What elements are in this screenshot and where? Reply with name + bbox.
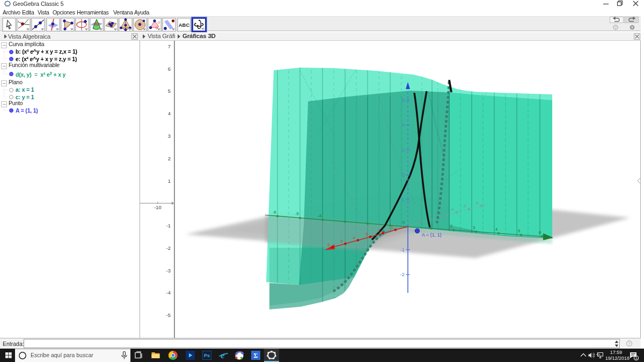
svg-text:-10: -10 [154, 204, 162, 210]
svg-text:-2: -2 [400, 271, 405, 277]
svg-text:2: 2 [378, 228, 380, 233]
svg-text:2: 2 [168, 156, 171, 161]
svg-text:-6: -6 [475, 201, 478, 205]
svg-text:3: 3 [402, 147, 405, 153]
svg-text:-5: -5 [463, 204, 466, 208]
svg-text:5: 5 [402, 97, 405, 103]
svg-text:1: 1 [402, 197, 405, 203]
svg-text:Ps: Ps [204, 353, 210, 358]
svg-text:-5: -5 [295, 211, 299, 216]
svg-text:-2: -2 [166, 245, 171, 251]
svg-text:5: 5 [168, 88, 171, 94]
svg-text:4: 4 [495, 227, 497, 232]
svg-text:-4: -4 [450, 208, 453, 211]
svg-text:?: ? [614, 26, 617, 29]
svg-text:3: 3 [473, 225, 475, 230]
svg-text:7: 7 [168, 43, 171, 49]
svg-text:-1: -1 [400, 247, 405, 253]
svg-text:5: 5 [340, 239, 343, 243]
svg-text:ABC: ABC [179, 22, 190, 28]
svg-text:6: 6 [327, 242, 330, 247]
svg-text:-5: -5 [166, 312, 171, 318]
svg-text:-6: -6 [273, 210, 276, 215]
svg-text:1: 1 [635, 356, 637, 360]
svg-text:1: 1 [168, 178, 171, 184]
svg-text:5: 5 [518, 228, 520, 233]
svg-text:4: 4 [353, 235, 355, 240]
svg-text:?: ? [628, 341, 631, 346]
svg-text:3: 3 [365, 232, 368, 237]
svg-text:2: 2 [450, 224, 452, 228]
svg-text:2: 2 [402, 172, 405, 178]
svg-text:Σ: Σ [254, 352, 258, 359]
svg-text:A = (1, 1): A = (1, 1) [422, 232, 442, 238]
svg-text:4: 4 [168, 110, 171, 116]
svg-text:0: 0 [402, 220, 405, 225]
svg-text:-4: -4 [318, 213, 321, 218]
svg-text:-1: -1 [166, 223, 171, 228]
svg-text:1: 1 [391, 225, 393, 230]
svg-text:3: 3 [168, 133, 171, 139]
svg-text:6: 6 [539, 230, 541, 235]
svg-text:o: o [158, 20, 160, 24]
svg-text:6: 6 [168, 66, 171, 72]
svg-text:-3: -3 [166, 268, 171, 274]
svg-text:-4: -4 [166, 290, 171, 295]
svg-text:4: 4 [402, 122, 405, 128]
